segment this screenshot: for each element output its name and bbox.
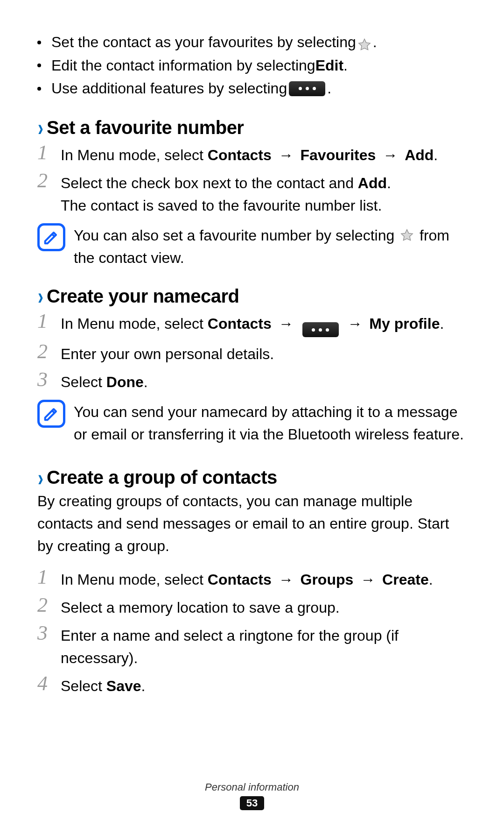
step-number: 4: [37, 673, 61, 694]
bullet-text: Edit the contact information by selectin…: [51, 54, 315, 78]
note-block: You can send your namecard by attaching …: [37, 400, 467, 445]
step-item: 3 Select Done.: [37, 369, 467, 393]
section-heading: › Create a group of contacts: [37, 467, 467, 488]
step-item: 4 Select Save.: [37, 673, 467, 697]
step-number: 1: [37, 311, 61, 332]
note-block: You can also set a favourite number by s…: [37, 223, 467, 269]
arrow-text: →: [274, 315, 298, 332]
heading-text: Create your namecard: [47, 286, 239, 307]
page-number-badge: 53: [240, 796, 264, 810]
bold-text: My profile: [369, 315, 440, 332]
bullet-dot-icon: [37, 87, 41, 91]
step-item: 2 Select the check box next to the conta…: [37, 170, 467, 217]
heading-text: Set a favourite number: [47, 117, 244, 138]
step-body: Select Done.: [61, 369, 148, 393]
step-body: In Menu mode, select Contacts → → My pro…: [61, 311, 444, 338]
step-body: In Menu mode, select Contacts → Favourit…: [61, 142, 438, 166]
step-text: .: [440, 315, 444, 332]
bullet-item: Set the contact as your favourites by se…: [37, 31, 467, 54]
step-number: 2: [37, 170, 61, 191]
more-options-icon: [289, 81, 325, 96]
note-body: You can also set a favourite number by s…: [74, 223, 467, 269]
arrow-text: →: [274, 571, 298, 588]
bold-text: Add: [405, 147, 434, 163]
chevron-right-icon: ›: [38, 284, 43, 308]
step-body: Enter your own personal details.: [61, 341, 274, 365]
step-text: Select: [61, 374, 106, 390]
bold-text: Add: [358, 175, 387, 191]
arrow-text: →: [274, 147, 298, 163]
bold-text: Contacts: [208, 147, 272, 163]
bullet-dot-icon: [37, 41, 41, 44]
step-body: Enter a name and select a ringtone for t…: [61, 622, 467, 669]
heading-text: Create a group of contacts: [47, 467, 277, 488]
note-icon: [37, 223, 65, 251]
step-number: 1: [37, 566, 61, 588]
step-item: 2 Select a memory location to save a gro…: [37, 594, 467, 619]
bold-text: Done: [106, 374, 144, 390]
chevron-right-icon: ›: [38, 466, 43, 489]
step-text: .: [434, 147, 438, 163]
step-item: 1 In Menu mode, select Contacts → Favour…: [37, 142, 467, 166]
bold-text: Contacts: [208, 571, 272, 588]
star-icon: [357, 35, 371, 49]
step-text: .: [387, 175, 391, 191]
step-body: In Menu mode, select Contacts → Groups →…: [61, 566, 433, 591]
bullet-text: Set the contact as your favourites by se…: [51, 31, 356, 54]
step-text: .: [429, 571, 433, 588]
footer-section-name: Personal information: [205, 781, 299, 793]
bold-text: Groups: [301, 571, 354, 588]
bold-text: Edit: [315, 54, 343, 78]
bold-text: Save: [106, 678, 141, 694]
step-item: 1 In Menu mode, select Contacts → → My p…: [37, 311, 467, 338]
bullet-text: .: [343, 54, 348, 78]
star-icon: [400, 226, 414, 240]
step-text: In Menu mode, select: [61, 315, 208, 332]
bullet-text: .: [373, 31, 377, 54]
step-text: .: [144, 374, 148, 390]
bullet-dot-icon: [37, 64, 41, 67]
step-number: 3: [37, 622, 61, 644]
step-number: 3: [37, 369, 61, 390]
step-text: .: [141, 678, 146, 694]
section-heading: › Set a favourite number: [37, 117, 467, 138]
intro-paragraph: By creating groups of contacts, you can …: [37, 490, 467, 557]
step-item: 3 Enter a name and select a ringtone for…: [37, 622, 467, 669]
bullet-text: .: [327, 77, 331, 100]
bold-text: Contacts: [208, 315, 272, 332]
arrow-text: →: [343, 315, 367, 332]
arrow-text: →: [356, 571, 379, 588]
intro-bullet-list: Set the contact as your favourites by se…: [37, 31, 467, 100]
step-item: 2 Enter your own personal details.: [37, 341, 467, 365]
step-text: Select: [61, 678, 106, 694]
bullet-item: Edit the contact information by selectin…: [37, 54, 467, 78]
step-body: Select Save.: [61, 673, 145, 697]
step-number: 1: [37, 142, 61, 163]
step-body: Select a memory location to save a group…: [61, 594, 340, 619]
bold-text: Create: [382, 571, 429, 588]
chevron-right-icon: ›: [38, 116, 43, 139]
step-number: 2: [37, 341, 61, 362]
step-number: 2: [37, 594, 61, 616]
bullet-text: Use additional features by selecting: [51, 77, 287, 100]
arrow-text: →: [378, 147, 402, 163]
note-text: You can also set a favourite number by s…: [74, 227, 399, 244]
step-body: Select the check box next to the contact…: [61, 170, 391, 217]
step-text: Select the check box next to the contact…: [61, 175, 358, 191]
note-icon: [37, 400, 65, 428]
step-text: In Menu mode, select: [61, 571, 208, 588]
bullet-item: Use additional features by selecting .: [37, 77, 467, 100]
bold-text: Favourites: [301, 147, 376, 163]
page-footer: Personal information 53: [0, 781, 504, 810]
step-item: 1 In Menu mode, select Contacts → Groups…: [37, 566, 467, 591]
more-options-icon: [302, 322, 339, 337]
step-text: In Menu mode, select: [61, 147, 208, 163]
note-body: You can send your namecard by attaching …: [74, 400, 467, 445]
step-text: The contact is saved to the favourite nu…: [61, 197, 382, 214]
section-heading: › Create your namecard: [37, 286, 467, 307]
